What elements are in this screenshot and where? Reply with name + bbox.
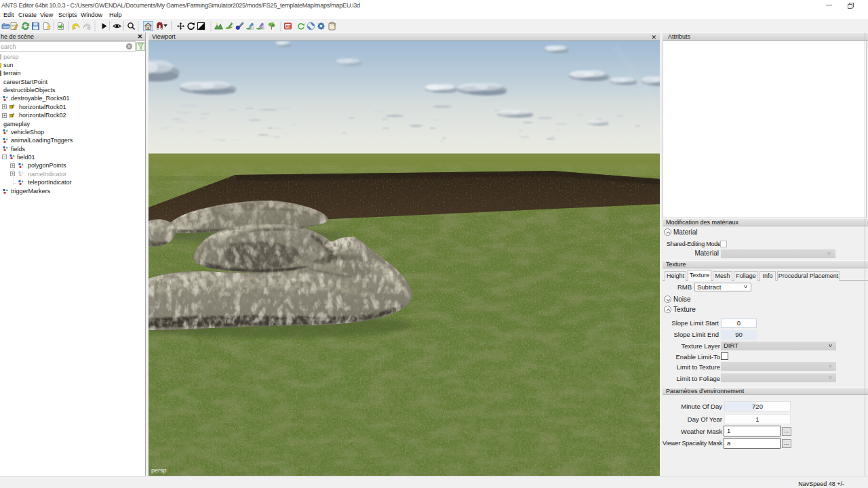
- svg-text:AB: AB: [285, 24, 292, 28]
- svg-text:i: i: [251, 26, 252, 29]
- svg-text:persp: persp: [151, 467, 167, 474]
